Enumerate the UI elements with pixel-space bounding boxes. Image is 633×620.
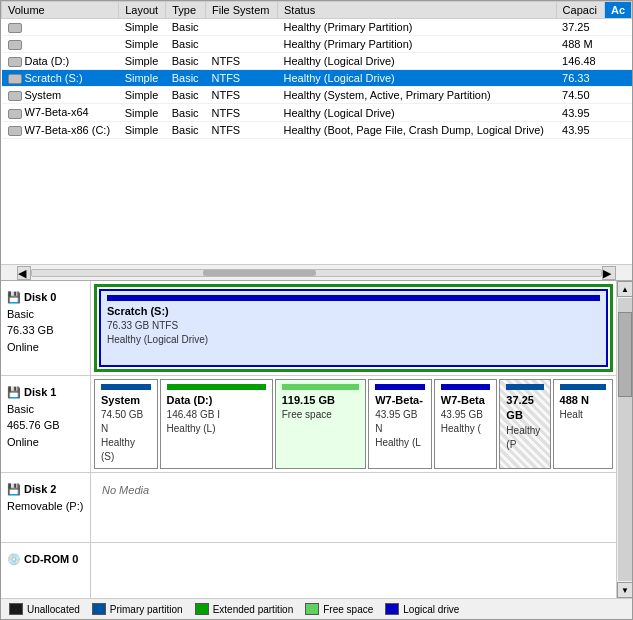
- table-row[interactable]: Data (D:)SimpleBasicNTFSHealthy (Logical…: [2, 53, 632, 70]
- disk1-488mb-partition[interactable]: 488 N Healt: [553, 379, 613, 469]
- col-filesystem[interactable]: File System: [205, 2, 277, 19]
- table-cell: Simple: [119, 70, 166, 87]
- partition-stripe: [441, 384, 491, 390]
- scroll-left-btn[interactable]: ◀: [17, 266, 31, 280]
- col-extra[interactable]: Ac: [604, 2, 631, 19]
- partition-stripe: [167, 384, 266, 390]
- table-row[interactable]: W7-Beta-x86 (C:)SimpleBasicNTFSHealthy (…: [2, 121, 632, 138]
- partition-status: Healthy (L): [167, 422, 266, 436]
- scroll-track[interactable]: [618, 298, 632, 581]
- vertical-scrollbar[interactable]: ▲ ▼: [616, 281, 632, 598]
- table-cell: 43.95: [556, 104, 604, 121]
- disk1-type: Basic: [7, 401, 84, 418]
- table-cell: Basic: [166, 70, 206, 87]
- disk0-id: 💾 Disk 0: [7, 289, 84, 306]
- disk1-free-partition[interactable]: 119.15 GB Free space: [275, 379, 366, 469]
- disk-panels-scroll[interactable]: 💾 Disk 0 Basic 76.33 GB Online Scratch (…: [1, 281, 616, 598]
- partition-size: 74.50 GB N: [101, 408, 151, 436]
- col-layout[interactable]: Layout: [119, 2, 166, 19]
- disk0-panel: 💾 Disk 0 Basic 76.33 GB Online Scratch (…: [1, 281, 616, 376]
- table-cell: Basic: [166, 36, 206, 53]
- disk-panels-container: 💾 Disk 0 Basic 76.33 GB Online Scratch (…: [1, 281, 632, 598]
- logical-label: Logical drive: [403, 604, 459, 615]
- unallocated-label: Unallocated: [27, 604, 80, 615]
- legend-logical: Logical drive: [385, 603, 459, 615]
- partition-status: Healthy (P: [506, 424, 543, 452]
- table-cell: Basic: [166, 121, 206, 138]
- col-status[interactable]: Status: [278, 2, 557, 19]
- table-cell: Simple: [119, 121, 166, 138]
- table-cell: [2, 36, 119, 53]
- partition-status: Healt: [560, 408, 606, 422]
- partition-size-label: 119.15 GB: [282, 393, 359, 408]
- partition-name: W7-Beta: [441, 393, 491, 408]
- col-type[interactable]: Type: [166, 2, 206, 19]
- partition-size: 146.48 GB I: [167, 408, 266, 422]
- table-cell: 488 M: [556, 36, 604, 53]
- table-cell: Basic: [166, 87, 206, 104]
- table-row[interactable]: Scratch (S:)SimpleBasicNTFSHealthy (Logi…: [2, 70, 632, 87]
- scroll-right-btn[interactable]: ▶: [602, 266, 616, 280]
- table-scroll-area[interactable]: Volume Layout Type File System Status Ca…: [1, 1, 632, 264]
- disk1-panel: 💾 Disk 1 Basic 465.76 GB Online System 7…: [1, 376, 616, 473]
- partition-color-stripe: [107, 295, 600, 301]
- freespace-label: Free space: [323, 604, 373, 615]
- disk2-content: No Media: [91, 473, 616, 542]
- table-row[interactable]: SimpleBasicHealthy (Primary Partition)48…: [2, 36, 632, 53]
- col-capacity[interactable]: Capaci: [556, 2, 604, 19]
- scroll-thumb: [618, 312, 632, 397]
- partition-name: Data (D:): [167, 393, 266, 408]
- h-scroll-track[interactable]: [31, 269, 602, 277]
- disk1-label: 💾 Disk 1 Basic 465.76 GB Online: [1, 376, 91, 472]
- extended-partition-icon: [195, 603, 209, 615]
- table-cell: Simple: [119, 87, 166, 104]
- col-volume[interactable]: Volume: [2, 2, 119, 19]
- partition-stripe: [101, 384, 151, 390]
- table-cell: 146.48: [556, 53, 604, 70]
- table-cell-extra: [604, 121, 631, 138]
- table-cell: [2, 19, 119, 36]
- partition-size: 43.95 GB N: [375, 408, 425, 436]
- legend-unallocated: Unallocated: [9, 603, 80, 615]
- partition-size-label: 488 N: [560, 393, 606, 408]
- table-cell: 76.33: [556, 70, 604, 87]
- table-cell: [205, 36, 277, 53]
- disk1-37gb-partition[interactable]: 37.25 GB Healthy (P: [499, 379, 550, 469]
- table-cell: W7-Beta-x64: [2, 104, 119, 121]
- partition-status: Healthy (L: [375, 436, 425, 450]
- table-row[interactable]: SimpleBasicHealthy (Primary Partition)37…: [2, 19, 632, 36]
- table-cell: Healthy (Primary Partition): [278, 36, 557, 53]
- legend-primary: Primary partition: [92, 603, 183, 615]
- disk1-data-partition[interactable]: Data (D:) 146.48 GB I Healthy (L): [160, 379, 273, 469]
- scroll-up-btn[interactable]: ▲: [617, 281, 632, 297]
- scroll-down-btn[interactable]: ▼: [617, 582, 632, 598]
- table-cell: Scratch (S:): [2, 70, 119, 87]
- table-cell: NTFS: [205, 121, 277, 138]
- table-cell: System: [2, 87, 119, 104]
- table-cell: NTFS: [205, 53, 277, 70]
- horizontal-scrollbar[interactable]: ◀ ▶: [1, 264, 632, 280]
- partition-name: Scratch (S:): [107, 304, 600, 319]
- table-row[interactable]: W7-Beta-x64SimpleBasicNTFSHealthy (Logic…: [2, 104, 632, 121]
- disk1-content: System 74.50 GB N Healthy (S) Data (D:) …: [91, 376, 616, 472]
- disk1-id: 💾 Disk 1: [7, 384, 84, 401]
- table-cell: NTFS: [205, 87, 277, 104]
- table-cell-extra: [604, 19, 631, 36]
- disk1-system-partition[interactable]: System 74.50 GB N Healthy (S): [94, 379, 158, 469]
- table-row[interactable]: SystemSimpleBasicNTFSHealthy (System, Ac…: [2, 87, 632, 104]
- table-cell: Simple: [119, 104, 166, 121]
- table-cell-extra: [604, 53, 631, 70]
- disk0-scratch-partition[interactable]: Scratch (S:) 76.33 GB NTFS Healthy (Logi…: [99, 289, 608, 367]
- no-media-label: No Media: [94, 476, 613, 539]
- disk1-w7beta64-partition[interactable]: W7-Beta- 43.95 GB N Healthy (L: [368, 379, 432, 469]
- partition-size: 76.33 GB NTFS: [107, 319, 600, 333]
- table-cell: Simple: [119, 19, 166, 36]
- disk1-w7beta86-partition[interactable]: W7-Beta 43.95 GB Healthy (: [434, 379, 498, 469]
- unallocated-icon: [9, 603, 23, 615]
- table-cell: Basic: [166, 53, 206, 70]
- table-cell: NTFS: [205, 104, 277, 121]
- disk0-content: Scratch (S:) 76.33 GB NTFS Healthy (Logi…: [91, 281, 616, 375]
- table-cell: W7-Beta-x86 (C:): [2, 121, 119, 138]
- table-cell: Healthy (Logical Drive): [278, 53, 557, 70]
- disk0-type: Basic: [7, 306, 84, 323]
